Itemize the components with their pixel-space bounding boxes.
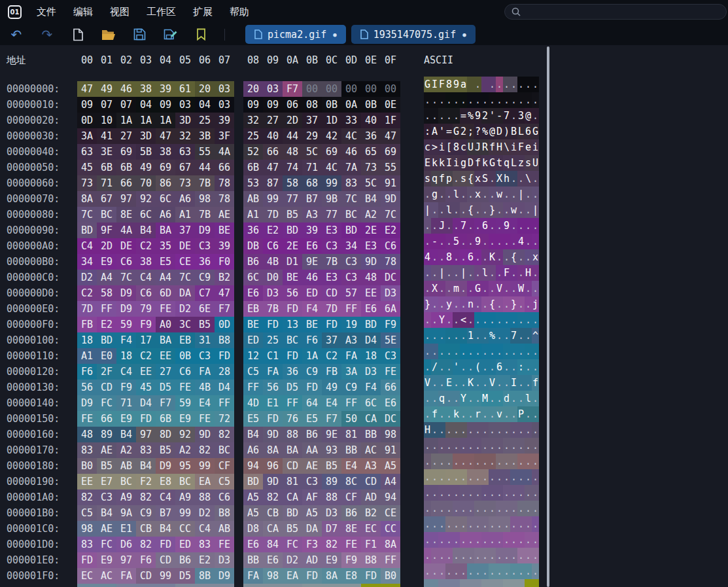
ascii-cell[interactable]: . xyxy=(532,265,539,281)
ascii-cell[interactable]: . xyxy=(532,312,539,328)
ascii-cell[interactable]: . xyxy=(474,375,481,391)
ascii-cell[interactable]: . xyxy=(517,563,525,579)
ascii-cell[interactable]: . xyxy=(431,202,438,218)
ascii-cell[interactable]: 7 xyxy=(503,108,510,124)
ascii-cell[interactable]: H xyxy=(525,265,532,281)
ascii-cell[interactable]: . xyxy=(517,579,525,587)
ascii-cell[interactable]: . xyxy=(496,202,503,218)
ascii-cell[interactable]: . xyxy=(496,422,503,438)
ascii-cell[interactable]: . xyxy=(532,579,539,587)
ascii-cell[interactable]: . xyxy=(431,485,438,501)
ascii-cell[interactable]: . xyxy=(525,438,532,454)
hex-byte-cell[interactable]: FE xyxy=(156,584,175,587)
ascii-cell[interactable]: . xyxy=(467,532,474,548)
ascii-cell[interactable]: i xyxy=(438,139,445,155)
ascii-cell[interactable]: . xyxy=(525,406,532,422)
ascii-cell[interactable]: . xyxy=(453,516,460,532)
ascii-cell[interactable]: 9 xyxy=(474,108,481,124)
ascii-cell[interactable]: 6 xyxy=(496,359,503,375)
ascii-cell[interactable]: . xyxy=(438,328,445,344)
hex-byte-cell[interactable]: FE xyxy=(215,584,234,587)
ascii-cell[interactable]: . xyxy=(510,501,517,516)
ascii-cell[interactable]: f xyxy=(474,155,481,171)
ascii-cell[interactable]: . xyxy=(481,438,489,454)
ascii-cell[interactable]: . xyxy=(467,344,474,359)
ascii-cell[interactable]: . xyxy=(453,202,460,218)
ascii-cell[interactable]: . xyxy=(431,375,438,391)
ascii-cell[interactable]: . xyxy=(481,563,489,579)
ascii-cell[interactable]: . xyxy=(438,187,445,202)
ascii-cell[interactable]: . xyxy=(503,249,510,265)
ascii-cell[interactable]: . xyxy=(489,563,496,579)
ascii-cell[interactable]: . xyxy=(445,438,453,454)
ascii-cell[interactable]: . xyxy=(517,532,525,548)
ascii-cell[interactable]: I xyxy=(445,155,453,171)
ascii-cell[interactable]: . xyxy=(489,92,496,108)
ascii-cell[interactable]: . xyxy=(510,485,517,501)
ascii-cell[interactable]: ? xyxy=(474,124,481,139)
ascii-cell[interactable]: . xyxy=(525,218,532,234)
ascii-cell[interactable]: . xyxy=(503,281,510,296)
ascii-cell[interactable]: i xyxy=(453,155,460,171)
ascii-cell[interactable]: . xyxy=(445,485,453,501)
ascii-cell[interactable]: . xyxy=(489,265,496,281)
ascii-cell[interactable]: . xyxy=(453,171,460,187)
ascii-cell[interactable]: . xyxy=(460,563,467,579)
ascii-cell[interactable]: X xyxy=(431,281,438,296)
ascii-cell[interactable]: k xyxy=(453,406,460,422)
ascii-cell[interactable]: H xyxy=(496,139,503,155)
ascii-cell[interactable]: i xyxy=(510,139,517,155)
ascii-cell[interactable]: . xyxy=(503,359,510,375)
ascii-cell[interactable]: . xyxy=(532,359,539,375)
ascii-cell[interactable]: | xyxy=(517,187,525,202)
hex-byte-cell[interactable]: D4 xyxy=(136,584,156,587)
ascii-cell[interactable]: f xyxy=(438,171,445,187)
ascii-cell[interactable]: . xyxy=(510,312,517,328)
ascii-cell[interactable]: l xyxy=(481,265,489,281)
ascii-cell[interactable]: . xyxy=(503,234,510,249)
ascii-cell[interactable]: U xyxy=(532,155,539,171)
ascii-cell[interactable]: . xyxy=(517,375,525,391)
ascii-cell[interactable]: . xyxy=(438,359,445,375)
ascii-cell[interactable]: } xyxy=(510,296,517,312)
ascii-cell[interactable]: . xyxy=(489,406,496,422)
ascii-cell[interactable]: . xyxy=(453,485,460,501)
ascii-cell[interactable]: \ xyxy=(525,171,532,187)
ascii-cell[interactable]: . xyxy=(532,92,539,108)
ascii-cell[interactable]: . xyxy=(431,328,438,344)
ascii-cell[interactable]: . xyxy=(517,391,525,406)
ascii-cell[interactable]: . xyxy=(496,579,503,587)
ascii-cell[interactable]: . xyxy=(460,296,467,312)
ascii-cell[interactable]: { xyxy=(489,296,496,312)
hex-byte-cell[interactable]: E2 xyxy=(302,584,322,587)
ascii-cell[interactable]: 8 xyxy=(445,77,453,92)
ascii-cell[interactable]: . xyxy=(503,344,510,359)
ascii-cell[interactable]: [ xyxy=(445,139,453,155)
ascii-cell[interactable]: . xyxy=(525,469,532,485)
ascii-cell[interactable]: . xyxy=(489,234,496,249)
ascii-cell[interactable]: . xyxy=(453,108,460,124)
ascii-cell[interactable]: . xyxy=(474,265,481,281)
ascii-cell[interactable]: . xyxy=(467,438,474,454)
ascii-cell[interactable]: . xyxy=(438,469,445,485)
ascii-cell[interactable]: . xyxy=(460,548,467,563)
ascii-cell[interactable]: . xyxy=(460,469,467,485)
ascii-cell[interactable]: . xyxy=(496,375,503,391)
ascii-cell[interactable]: . xyxy=(467,469,474,485)
ascii-cell[interactable]: . xyxy=(438,563,445,579)
ascii-cell[interactable]: . xyxy=(460,359,467,375)
ascii-cell[interactable]: . xyxy=(481,234,489,249)
ascii-cell[interactable]: . xyxy=(496,249,503,265)
ascii-cell[interactable]: . xyxy=(467,234,474,249)
ascii-cell[interactable]: . xyxy=(453,296,460,312)
ascii-cell[interactable]: A xyxy=(431,124,438,139)
hex-byte-cell[interactable]: D5 xyxy=(175,584,195,587)
ascii-cell[interactable]: . xyxy=(496,344,503,359)
hex-byte-cell[interactable]: FB xyxy=(322,584,341,587)
undo-button[interactable]: ↶ xyxy=(9,27,24,42)
ascii-cell[interactable]: 7 xyxy=(460,218,467,234)
ascii-cell[interactable]: 6 xyxy=(467,249,474,265)
ascii-cell[interactable]: . xyxy=(517,516,525,532)
ascii-cell[interactable]: ) xyxy=(503,124,510,139)
ascii-cell[interactable]: . xyxy=(445,454,453,469)
